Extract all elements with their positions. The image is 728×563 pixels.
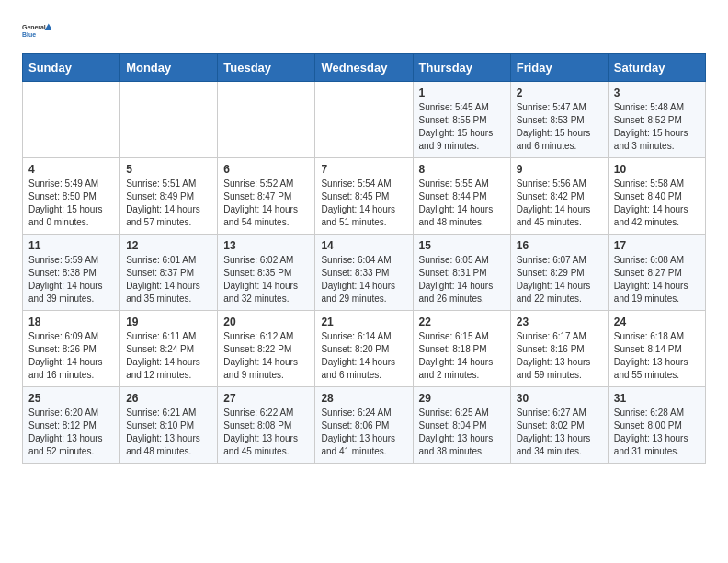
- calendar-cell: 11Sunrise: 5:59 AM Sunset: 8:38 PM Dayli…: [23, 235, 120, 311]
- day-number: 21: [321, 316, 406, 328]
- day-info: Sunrise: 5:55 AM Sunset: 8:44 PM Dayligh…: [419, 178, 505, 229]
- calendar-cell: 10Sunrise: 5:58 AM Sunset: 8:40 PM Dayli…: [608, 158, 705, 235]
- day-of-week-header: Tuesday: [218, 54, 315, 82]
- day-number: 3: [614, 86, 700, 99]
- day-of-week-header: Thursday: [413, 54, 510, 82]
- day-info: Sunrise: 5:48 AM Sunset: 8:52 PM Dayligh…: [614, 101, 700, 153]
- calendar-cell: 28Sunrise: 6:24 AM Sunset: 8:06 PM Dayli…: [315, 387, 413, 464]
- calendar-cell: 9Sunrise: 5:56 AM Sunset: 8:42 PM Daylig…: [510, 158, 608, 235]
- calendar-week-row: 18Sunrise: 6:09 AM Sunset: 8:26 PM Dayli…: [23, 311, 706, 387]
- day-of-week-header: Wednesday: [315, 54, 413, 82]
- day-number: 16: [517, 239, 602, 252]
- day-number: 1: [419, 86, 505, 99]
- day-number: 11: [28, 239, 114, 252]
- day-number: 18: [28, 316, 114, 328]
- day-info: Sunrise: 6:18 AM Sunset: 8:14 PM Dayligh…: [614, 330, 700, 382]
- calendar-cell: 13Sunrise: 6:02 AM Sunset: 8:35 PM Dayli…: [218, 235, 315, 311]
- calendar-cell: 22Sunrise: 6:15 AM Sunset: 8:18 PM Dayli…: [413, 311, 510, 387]
- day-info: Sunrise: 5:59 AM Sunset: 8:38 PM Dayligh…: [28, 254, 114, 305]
- day-number: 6: [223, 163, 309, 176]
- days-of-week-row: SundayMondayTuesdayWednesdayThursdayFrid…: [23, 54, 706, 82]
- day-number: 23: [517, 316, 602, 328]
- day-info: Sunrise: 6:05 AM Sunset: 8:31 PM Dayligh…: [419, 254, 505, 305]
- day-info: Sunrise: 6:02 AM Sunset: 8:35 PM Dayligh…: [223, 254, 309, 305]
- day-number: 8: [419, 163, 505, 176]
- day-number: 13: [223, 239, 309, 252]
- day-info: Sunrise: 6:28 AM Sunset: 8:00 PM Dayligh…: [614, 407, 700, 458]
- calendar-cell: 16Sunrise: 6:07 AM Sunset: 8:29 PM Dayli…: [510, 235, 608, 311]
- day-info: Sunrise: 6:24 AM Sunset: 8:06 PM Dayligh…: [321, 407, 406, 458]
- day-of-week-header: Monday: [120, 54, 218, 82]
- calendar-cell: 3Sunrise: 5:48 AM Sunset: 8:52 PM Daylig…: [608, 82, 705, 158]
- calendar-cell: 15Sunrise: 6:05 AM Sunset: 8:31 PM Dayli…: [413, 235, 510, 311]
- calendar-cell: 5Sunrise: 5:51 AM Sunset: 8:49 PM Daylig…: [120, 158, 218, 235]
- day-number: 26: [126, 392, 211, 405]
- calendar-header: SundayMondayTuesdayWednesdayThursdayFrid…: [23, 54, 706, 82]
- calendar-wrapper: SundayMondayTuesdayWednesdayThursdayFrid…: [0, 53, 728, 475]
- day-info: Sunrise: 6:01 AM Sunset: 8:37 PM Dayligh…: [126, 254, 211, 305]
- day-info: Sunrise: 6:12 AM Sunset: 8:22 PM Dayligh…: [223, 330, 309, 382]
- day-info: Sunrise: 5:49 AM Sunset: 8:50 PM Dayligh…: [28, 178, 114, 229]
- calendar-cell: 2Sunrise: 5:47 AM Sunset: 8:53 PM Daylig…: [510, 82, 608, 158]
- day-number: 10: [614, 163, 700, 176]
- calendar-cell: 12Sunrise: 6:01 AM Sunset: 8:37 PM Dayli…: [120, 235, 218, 311]
- day-number: 22: [419, 316, 505, 328]
- day-info: Sunrise: 6:09 AM Sunset: 8:26 PM Dayligh…: [28, 330, 114, 382]
- day-info: Sunrise: 6:04 AM Sunset: 8:33 PM Dayligh…: [321, 254, 406, 305]
- day-number: 19: [126, 316, 211, 328]
- day-info: Sunrise: 6:07 AM Sunset: 8:29 PM Dayligh…: [517, 254, 602, 305]
- page-header: General Blue: [0, 0, 728, 53]
- day-info: Sunrise: 5:45 AM Sunset: 8:55 PM Dayligh…: [419, 101, 505, 153]
- day-number: 20: [223, 316, 309, 328]
- day-info: Sunrise: 6:11 AM Sunset: 8:24 PM Dayligh…: [126, 330, 211, 382]
- day-info: Sunrise: 5:56 AM Sunset: 8:42 PM Dayligh…: [517, 178, 602, 229]
- calendar-cell: [23, 82, 120, 158]
- calendar-cell: [218, 82, 315, 158]
- day-number: 17: [614, 239, 700, 252]
- day-of-week-header: Sunday: [23, 54, 120, 82]
- day-number: 15: [419, 239, 505, 252]
- day-number: 27: [223, 392, 309, 405]
- calendar-cell: 23Sunrise: 6:17 AM Sunset: 8:16 PM Dayli…: [510, 311, 608, 387]
- calendar-cell: 29Sunrise: 6:25 AM Sunset: 8:04 PM Dayli…: [413, 387, 510, 464]
- calendar-cell: 26Sunrise: 6:21 AM Sunset: 8:10 PM Dayli…: [120, 387, 218, 464]
- day-number: 14: [321, 239, 406, 252]
- day-info: Sunrise: 5:54 AM Sunset: 8:45 PM Dayligh…: [321, 178, 406, 229]
- day-number: 29: [419, 392, 505, 405]
- day-of-week-header: Friday: [510, 54, 608, 82]
- day-info: Sunrise: 6:20 AM Sunset: 8:12 PM Dayligh…: [28, 407, 114, 458]
- svg-text:Blue: Blue: [22, 31, 36, 38]
- calendar-cell: 1Sunrise: 5:45 AM Sunset: 8:55 PM Daylig…: [413, 82, 510, 158]
- day-number: 5: [126, 163, 211, 176]
- calendar-cell: 14Sunrise: 6:04 AM Sunset: 8:33 PM Dayli…: [315, 235, 413, 311]
- calendar-cell: 4Sunrise: 5:49 AM Sunset: 8:50 PM Daylig…: [23, 158, 120, 235]
- day-number: 2: [517, 86, 602, 99]
- calendar-cell: 25Sunrise: 6:20 AM Sunset: 8:12 PM Dayli…: [23, 387, 120, 464]
- calendar-cell: 30Sunrise: 6:27 AM Sunset: 8:02 PM Dayli…: [510, 387, 608, 464]
- day-info: Sunrise: 5:51 AM Sunset: 8:49 PM Dayligh…: [126, 178, 211, 229]
- day-number: 12: [126, 239, 211, 252]
- calendar-cell: 7Sunrise: 5:54 AM Sunset: 8:45 PM Daylig…: [315, 158, 413, 235]
- day-number: 24: [614, 316, 700, 328]
- calendar-week-row: 1Sunrise: 5:45 AM Sunset: 8:55 PM Daylig…: [23, 82, 706, 158]
- day-info: Sunrise: 6:27 AM Sunset: 8:02 PM Dayligh…: [517, 407, 602, 458]
- calendar-cell: 31Sunrise: 6:28 AM Sunset: 8:00 PM Dayli…: [608, 387, 705, 464]
- day-info: Sunrise: 6:15 AM Sunset: 8:18 PM Dayligh…: [419, 330, 505, 382]
- calendar-cell: [315, 82, 413, 158]
- day-number: 9: [517, 163, 602, 176]
- logo-icon: General Blue: [22, 17, 51, 46]
- day-number: 7: [321, 163, 406, 176]
- calendar-cell: 24Sunrise: 6:18 AM Sunset: 8:14 PM Dayli…: [608, 311, 705, 387]
- day-number: 25: [28, 392, 114, 405]
- calendar-cell: 6Sunrise: 5:52 AM Sunset: 8:47 PM Daylig…: [218, 158, 315, 235]
- calendar-table: SundayMondayTuesdayWednesdayThursdayFrid…: [22, 53, 706, 464]
- calendar-cell: 20Sunrise: 6:12 AM Sunset: 8:22 PM Dayli…: [218, 311, 315, 387]
- day-info: Sunrise: 6:21 AM Sunset: 8:10 PM Dayligh…: [126, 407, 211, 458]
- calendar-week-row: 25Sunrise: 6:20 AM Sunset: 8:12 PM Dayli…: [23, 387, 706, 464]
- svg-text:General: General: [22, 24, 46, 30]
- day-info: Sunrise: 5:47 AM Sunset: 8:53 PM Dayligh…: [517, 101, 602, 153]
- day-info: Sunrise: 5:52 AM Sunset: 8:47 PM Dayligh…: [223, 178, 309, 229]
- calendar-week-row: 11Sunrise: 5:59 AM Sunset: 8:38 PM Dayli…: [23, 235, 706, 311]
- calendar-cell: 21Sunrise: 6:14 AM Sunset: 8:20 PM Dayli…: [315, 311, 413, 387]
- day-number: 31: [614, 392, 700, 405]
